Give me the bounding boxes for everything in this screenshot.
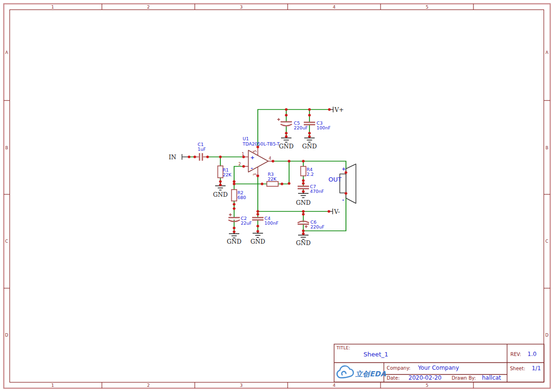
opamp-plus-sign: + bbox=[250, 155, 254, 161]
gnd-label: GND bbox=[213, 191, 228, 198]
u1-refdes: U1 bbox=[243, 136, 249, 141]
speaker-minus-sign: - bbox=[342, 197, 344, 202]
gnd-label: GND bbox=[296, 199, 311, 206]
c6-polarity-plus bbox=[305, 225, 308, 228]
frame-row-label: B bbox=[545, 146, 548, 150]
wire-pin2[interactable] bbox=[234, 166, 244, 190]
frame-col-label: 3 bbox=[240, 5, 243, 9]
frame-inner-border bbox=[10, 10, 544, 383]
company-value[interactable]: Your Company bbox=[418, 365, 459, 371]
drawn-by-value[interactable]: hallcat bbox=[482, 374, 501, 381]
frame-row-label: A bbox=[5, 50, 9, 55]
frame-row-label: A bbox=[545, 50, 549, 55]
port-vminus[interactable]: V- bbox=[330, 208, 340, 215]
gnd-label: GND bbox=[296, 239, 311, 246]
frame-row-label: C bbox=[5, 239, 8, 244]
ground-symbols[interactable]: GND GND GND GND GND GND GND bbox=[213, 135, 317, 246]
opamp-u1[interactable]: + - 1 2 4 5 3 U1 TDA2050L-TB5-T bbox=[238, 136, 280, 176]
sheet-title[interactable]: Sheet_1 bbox=[363, 351, 388, 358]
u1-pin4-number: 4 bbox=[269, 156, 271, 161]
speaker-plus-sign: + bbox=[342, 166, 345, 172]
u1-value: TDA2050L-TB5-T bbox=[242, 141, 280, 146]
cloud-icon-swirl bbox=[342, 372, 346, 375]
sheet-value[interactable]: 1/1 bbox=[532, 365, 541, 372]
opamp-minus-sign: - bbox=[251, 165, 253, 171]
frame-ruler-ticks bbox=[4, 4, 550, 388]
frame-row-label: D bbox=[545, 333, 549, 337]
u1-pin5-number: 5 bbox=[253, 150, 257, 153]
resistor-r4[interactable]: R4 2.2 bbox=[301, 166, 314, 177]
sheet-label: Sheet: bbox=[510, 366, 525, 371]
frame-col-label: 2 bbox=[147, 383, 150, 388]
date-label: Date: bbox=[387, 375, 400, 381]
c1-value: 1uF bbox=[198, 146, 206, 152]
port-in[interactable]: IN bbox=[169, 154, 189, 161]
wire-r3-right[interactable] bbox=[278, 161, 289, 184]
c7-value: 470nF bbox=[310, 189, 324, 194]
frame-row-label: C bbox=[545, 239, 548, 244]
company-label: Company: bbox=[387, 365, 410, 371]
gnd-label: GND bbox=[227, 238, 242, 245]
c5-value: 220uF bbox=[294, 125, 308, 130]
schematic-sheet: 1 2 3 4 5 1 2 3 4 5 A B C D A B C D bbox=[0, 0, 554, 392]
gnd-label: GND bbox=[302, 143, 317, 150]
gnd-c7[interactable]: GND bbox=[296, 191, 311, 206]
resistor-r1[interactable]: R1 22K bbox=[218, 166, 232, 178]
r2-value: 680 bbox=[237, 195, 246, 200]
logo-text: 立创EDA bbox=[355, 370, 386, 378]
title-block[interactable]: TITLE: Sheet_1 REV: 1.0 Company: Your Co… bbox=[334, 344, 544, 382]
frame-col-label: 1 bbox=[51, 383, 54, 388]
frame-col-label: 4 bbox=[333, 5, 336, 9]
c4-value: 100nF bbox=[264, 220, 279, 226]
schematic-canvas[interactable]: 1 2 3 4 5 1 2 3 4 5 A B C D A B C D bbox=[0, 0, 554, 392]
rev-value[interactable]: 1.0 bbox=[527, 351, 536, 357]
u1-pin2-number: 2 bbox=[238, 162, 241, 166]
speaker-cone bbox=[346, 164, 356, 203]
speaker[interactable]: + - OUT bbox=[328, 164, 356, 203]
gnd-label: GND bbox=[251, 238, 265, 245]
frame-col-label: 5 bbox=[426, 5, 428, 9]
r3-value: 22K bbox=[268, 176, 277, 182]
capacitor-c1[interactable]: C1 1uF bbox=[195, 142, 208, 161]
frame-row-label: B bbox=[5, 146, 8, 150]
frame-row-label: D bbox=[5, 333, 9, 337]
rev-label: REV: bbox=[510, 352, 521, 357]
title-label: TITLE: bbox=[336, 345, 350, 350]
capacitor-c4[interactable]: C4 100nF bbox=[252, 216, 279, 226]
drawn-by-label: Drawn By: bbox=[452, 375, 476, 381]
frame-col-label: 1 bbox=[51, 5, 54, 9]
c3-value: 100nF bbox=[317, 125, 331, 130]
c2-polarity-plus bbox=[229, 213, 232, 216]
frame-col-label: 4 bbox=[333, 383, 336, 388]
lceda-logo: 立创EDA bbox=[337, 366, 386, 378]
net-label-out: OUT bbox=[328, 176, 342, 183]
c6-value: 220uF bbox=[310, 224, 325, 229]
r4-value: 2.2 bbox=[307, 172, 314, 177]
resistor-r3[interactable]: R3 22K bbox=[267, 172, 278, 186]
net-label-vminus: V- bbox=[334, 208, 340, 215]
capacitor-c7[interactable]: C7 470nF bbox=[298, 184, 324, 194]
c5-polarity-plus bbox=[277, 118, 280, 121]
net-label-vplus: V+ bbox=[334, 106, 344, 113]
capacitor-c6[interactable]: C6 220uF bbox=[298, 219, 325, 229]
r1-value: 22K bbox=[223, 172, 232, 177]
port-vplus[interactable]: V+ bbox=[330, 106, 344, 113]
sheet-frame: 1 2 3 4 5 1 2 3 4 5 A B C D A B C D bbox=[4, 4, 550, 388]
frame-col-label: 3 bbox=[240, 383, 243, 388]
frame-col-label: 5 bbox=[426, 383, 428, 388]
c2-value: 22uF bbox=[241, 220, 252, 226]
frame-outer-border bbox=[4, 4, 550, 388]
capacitor-c2[interactable]: C2 22uF bbox=[228, 213, 252, 226]
resistor-r2[interactable]: R2 680 bbox=[232, 190, 246, 201]
frame-col-label: 2 bbox=[147, 5, 150, 9]
gnd-label: GND bbox=[279, 143, 294, 150]
net-label-in: IN bbox=[169, 154, 176, 161]
date-value[interactable]: 2020-02-20 bbox=[409, 374, 442, 381]
capacitor-c5[interactable]: C5 220uF bbox=[277, 118, 308, 130]
